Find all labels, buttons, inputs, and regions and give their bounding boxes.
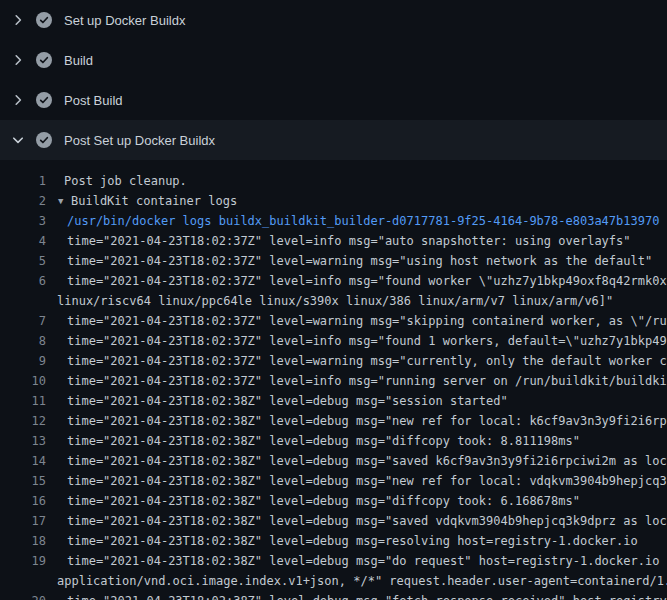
log-line: linux/riscv64 linux/ppc64le linux/s390x … (0, 291, 667, 311)
check-circle-icon (36, 92, 52, 108)
log-line-number[interactable]: 19 (0, 551, 46, 571)
log-line-number[interactable]: 9 (0, 351, 46, 371)
chevron-right-icon (10, 52, 26, 68)
actions-log-viewer: Set up Docker Buildx Build (0, 0, 667, 600)
log-line: 14 time="2021-04-23T18:02:38Z" level=deb… (0, 451, 667, 471)
steps-list: Set up Docker Buildx Build (0, 0, 667, 160)
step-header-0[interactable]: Set up Docker Buildx (0, 0, 667, 40)
log-line-number[interactable]: 3 (0, 211, 46, 231)
log-line-text: time="2021-04-23T18:02:38Z" level=debug … (67, 511, 667, 531)
log-line-text: application/vnd.oci.image.index.v1+json,… (57, 571, 667, 591)
step-header-1[interactable]: Build (0, 40, 667, 80)
log-line: 11 time="2021-04-23T18:02:38Z" level=deb… (0, 391, 667, 411)
log-output: 1 Post job cleanup. 2 ▼ BuildKit contain… (0, 160, 667, 600)
log-line: 8 time="2021-04-23T18:02:37Z" level=info… (0, 331, 667, 351)
log-line: 16 time="2021-04-23T18:02:38Z" level=deb… (0, 491, 667, 511)
log-line-text: time="2021-04-23T18:02:37Z" level=warnin… (67, 251, 652, 271)
check-circle-icon (36, 132, 52, 148)
log-line-text: time="2021-04-23T18:02:38Z" level=debug … (67, 591, 667, 600)
log-line: 15 time="2021-04-23T18:02:38Z" level=deb… (0, 471, 667, 491)
log-line-text: Post job cleanup. (64, 171, 187, 191)
log-line-number[interactable]: 7 (0, 311, 46, 331)
step-label: Build (64, 53, 93, 68)
log-line-text: BuildKit container logs (71, 191, 237, 211)
log-line-text: time="2021-04-23T18:02:37Z" level=info m… (67, 231, 631, 251)
log-line: 3 /usr/bin/docker logs buildx_buildkit_b… (0, 211, 667, 231)
log-line-number[interactable]: 13 (0, 431, 46, 451)
step-label: Set up Docker Buildx (64, 13, 185, 28)
log-line: 18 time="2021-04-23T18:02:38Z" level=deb… (0, 531, 667, 551)
log-line: 10 time="2021-04-23T18:02:37Z" level=inf… (0, 371, 667, 391)
log-line: 9 time="2021-04-23T18:02:37Z" level=warn… (0, 351, 667, 371)
log-line: 13 time="2021-04-23T18:02:38Z" level=deb… (0, 431, 667, 451)
log-line: 7 time="2021-04-23T18:02:37Z" level=warn… (0, 311, 667, 331)
log-line-text: time="2021-04-23T18:02:37Z" level=info m… (67, 371, 667, 391)
log-line-text: time="2021-04-23T18:02:38Z" level=debug … (67, 431, 580, 451)
log-line: 20 time="2021-04-23T18:02:38Z" level=deb… (0, 591, 667, 600)
log-group-caret-icon: ▼ (58, 191, 63, 211)
log-line-number[interactable]: 2 (0, 191, 46, 211)
log-line-number[interactable]: 8 (0, 331, 46, 351)
check-circle-icon (36, 52, 52, 68)
step-header-3[interactable]: Post Set up Docker Buildx (0, 120, 667, 160)
chevron-right-icon (10, 92, 26, 108)
log-line-text: /usr/bin/docker logs buildx_buildkit_bui… (67, 211, 659, 231)
log-line-text: time="2021-04-23T18:02:38Z" level=debug … (67, 451, 667, 471)
log-line-text: time="2021-04-23T18:02:38Z" level=debug … (67, 531, 638, 551)
log-line-number[interactable]: 10 (0, 371, 46, 391)
log-line-text: time="2021-04-23T18:02:38Z" level=debug … (67, 471, 667, 491)
log-line-number[interactable]: 6 (0, 271, 46, 291)
log-line-text: linux/riscv64 linux/ppc64le linux/s390x … (57, 291, 613, 311)
log-line-number[interactable]: 5 (0, 251, 46, 271)
step-label: Post Set up Docker Buildx (64, 133, 215, 148)
step-header-2[interactable]: Post Build (0, 80, 667, 120)
log-line-number[interactable]: 16 (0, 491, 46, 511)
log-line-number[interactable]: 1 (0, 171, 46, 191)
log-line-number[interactable]: 12 (0, 411, 46, 431)
log-line-text: time="2021-04-23T18:02:38Z" level=debug … (67, 411, 667, 431)
log-line[interactable]: 2 ▼ BuildKit container logs (0, 191, 667, 211)
log-line-number[interactable]: 20 (0, 591, 46, 600)
log-line-text: time="2021-04-23T18:02:38Z" level=debug … (67, 391, 508, 411)
log-line-text: time="2021-04-23T18:02:37Z" level=warnin… (67, 311, 667, 331)
log-line: 17 time="2021-04-23T18:02:38Z" level=deb… (0, 511, 667, 531)
chevron-down-icon (10, 132, 26, 148)
log-line-text: time="2021-04-23T18:02:37Z" level=warnin… (67, 351, 667, 371)
check-circle-icon (36, 12, 52, 28)
step-label: Post Build (64, 93, 123, 108)
log-line-number[interactable]: 4 (0, 231, 46, 251)
log-line-number[interactable]: 17 (0, 511, 46, 531)
log-line: 6 time="2021-04-23T18:02:37Z" level=info… (0, 271, 667, 291)
log-line-text: time="2021-04-23T18:02:37Z" level=info m… (67, 271, 667, 291)
log-line: 12 time="2021-04-23T18:02:38Z" level=deb… (0, 411, 667, 431)
log-line: application/vnd.oci.image.index.v1+json,… (0, 571, 667, 591)
log-line-text: time="2021-04-23T18:02:37Z" level=info m… (67, 331, 667, 351)
log-line-number[interactable]: 14 (0, 451, 46, 471)
log-line-text: time="2021-04-23T18:02:38Z" level=debug … (67, 551, 667, 571)
log-line: 1 Post job cleanup. (0, 171, 667, 191)
log-line-text: time="2021-04-23T18:02:38Z" level=debug … (67, 491, 580, 511)
log-line-number[interactable]: 15 (0, 471, 46, 491)
log-line-number[interactable]: 11 (0, 391, 46, 411)
log-line: 5 time="2021-04-23T18:02:37Z" level=warn… (0, 251, 667, 271)
log-line-number[interactable]: 18 (0, 531, 46, 551)
chevron-right-icon (10, 12, 26, 28)
log-line: 4 time="2021-04-23T18:02:37Z" level=info… (0, 231, 667, 251)
log-line: 19 time="2021-04-23T18:02:38Z" level=deb… (0, 551, 667, 571)
